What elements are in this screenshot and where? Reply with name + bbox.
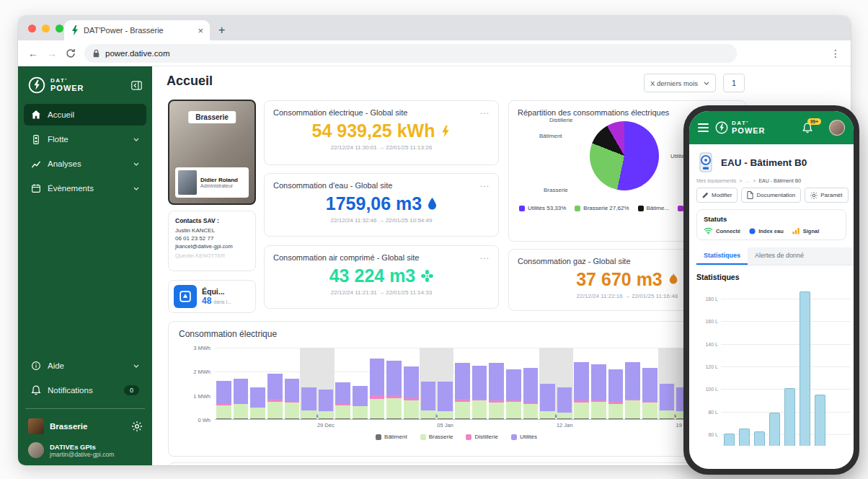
logo-text-top: DAT' (50, 78, 84, 84)
gear-icon (810, 192, 818, 199)
sidebar-collapse-icon[interactable] (131, 81, 142, 90)
legend-item: Utilités 53,33% (519, 205, 566, 211)
stacked-bar (421, 348, 436, 420)
sidebar-item-flotte[interactable]: Flotte (24, 128, 146, 150)
equipment-card[interactable]: Équi... 48 dans l... (168, 280, 256, 313)
water-meter-icon (696, 151, 715, 173)
browser-tab-strip: DAT'Power - Brasserie × + (18, 16, 851, 40)
y-axis-label: 120 L (696, 364, 718, 369)
logo-bolt-icon (715, 121, 728, 134)
phone-body: EAU - Bâtiment B0 Mes équipements > … > … (689, 144, 854, 469)
period-select-value: X derniers mois (650, 79, 699, 87)
stacked-bar (370, 348, 385, 420)
pie-card-title: Répartition des consommations électrique… (518, 108, 669, 117)
card-menu-icon[interactable]: ... (480, 108, 490, 114)
workspace-row[interactable]: Brasserie (24, 415, 146, 438)
stacked-bar (404, 348, 419, 420)
stacked-bar (625, 348, 640, 420)
app-logo: DAT' POWER (24, 74, 146, 102)
breadcrumb-ellipsis[interactable]: … (745, 178, 750, 183)
card-menu-icon[interactable]: ... (480, 253, 490, 259)
stacked-bar (319, 348, 334, 420)
x-axis-tick: 12 Jan (557, 422, 573, 429)
sidebar-item-accueil[interactable]: Accueil (24, 104, 146, 126)
consumption-chart-area: 3 MWh 2 MWh 1 MWh 0 Wh Week-endWeek-endW… (215, 348, 727, 420)
statistics-section-title: Statistiques (696, 273, 854, 281)
site-favicon-icon (71, 25, 79, 35)
address-bar[interactable]: power.dative.com (84, 44, 737, 63)
water-index-icon (749, 228, 756, 234)
pie-callout-label: Brasserie (544, 187, 568, 193)
back-icon[interactable]: ← (28, 48, 38, 59)
close-window-button[interactable] (28, 25, 36, 32)
signal-bars-icon (792, 227, 800, 234)
y-axis-label: 140 L (696, 341, 718, 346)
tab-close-icon[interactable]: × (198, 25, 203, 36)
analytics-icon (31, 160, 41, 168)
y-axis-label: 3 MWh (180, 345, 211, 351)
page-number-box[interactable]: 1 (723, 74, 745, 92)
sidebar-item-label: Accueil (48, 110, 74, 119)
kpi-value-row: 43 224 m3 (273, 265, 490, 286)
window-controls (28, 25, 63, 32)
legend-item: Brasserie (420, 434, 453, 440)
sidebar-divider (25, 408, 145, 409)
menu-icon[interactable] (698, 121, 709, 134)
forward-icon[interactable]: → (47, 48, 57, 59)
maximize-window-button[interactable] (56, 25, 63, 32)
bell-icon (31, 385, 41, 395)
y-axis-label: 60 L (696, 432, 718, 437)
y-axis-label: 80 L (696, 409, 718, 414)
breadcrumb-root[interactable]: Mes équipements (696, 178, 736, 183)
workspace-name: Brasserie (50, 422, 87, 431)
status-connected: Connecté (704, 227, 740, 234)
sidebar-item-notifications[interactable]: Notifications 0 (24, 379, 146, 401)
stacked-bar (557, 348, 572, 420)
minimize-window-button[interactable] (42, 25, 50, 32)
browser-toolbar: ← → power.dative.com ⋮ (18, 40, 851, 66)
sidebar-spacer (24, 201, 146, 353)
new-tab-button[interactable]: + (218, 24, 225, 40)
page-title: Accueil (167, 74, 213, 89)
gear-icon[interactable] (132, 421, 142, 431)
notifications-bell[interactable]: 99+ (802, 123, 812, 133)
contacts-title: Contacts SAV : (175, 217, 249, 224)
kpi-card-eau: Consommation d'eau - Global site ... 175… (264, 173, 499, 237)
equipment-suffix: dans l... (213, 299, 231, 304)
phone-app-logo: DAT' POWER (715, 120, 766, 136)
phone-tabs: Statistiques Alertes de donné (696, 247, 854, 265)
status-label: Index eau (758, 228, 784, 234)
documentation-button[interactable]: Documentation (741, 188, 801, 203)
sidebar-item-evenements[interactable]: Évènements (24, 177, 146, 199)
user-avatar[interactable] (829, 120, 845, 136)
breadcrumb-separator: > (753, 178, 756, 183)
browser-tab[interactable]: DAT'Power - Brasserie × (64, 20, 210, 40)
status-label: Signal (803, 228, 820, 234)
kpi-title: Consommation électrique - Global site (273, 108, 407, 117)
user-name: DATIVEs GPIs (50, 443, 114, 451)
user-row[interactable]: DATIVEs GPIs jmartin@dative-gpi.com (24, 438, 146, 460)
parameters-button[interactable]: Paramèt (805, 188, 848, 203)
phone-bar (739, 429, 750, 446)
contact-email: jkancel@dative-gpi.com (175, 243, 249, 250)
stacked-bar (642, 348, 657, 420)
sidebar-item-analyses[interactable]: Analyses (24, 153, 146, 175)
phone-mockup: DAT' POWER 99+ EAU - Bâtiment B0 Mes équ… (683, 105, 859, 475)
browser-menu-icon[interactable]: ⋮ (831, 48, 841, 59)
card-menu-icon[interactable]: ... (480, 181, 490, 187)
tab-title: DAT'Power - Brasserie (84, 26, 193, 35)
stacked-bar (353, 348, 368, 420)
tab-statistiques[interactable]: Statistiques (696, 247, 748, 265)
pie-callout-label: Distillerie (549, 117, 572, 123)
phone-app-header: DAT' POWER 99+ (689, 111, 854, 144)
equipment-icon (174, 285, 197, 308)
fleet-icon (31, 135, 41, 144)
kpi-card-electricite: Consommation électrique - Global site ..… (264, 100, 499, 165)
sidebar-item-aide[interactable]: Aide (24, 355, 146, 377)
home-icon (31, 110, 41, 119)
kpi-period: 22/12/24 11:30:01 → 22/01/25 11:13:26 (273, 144, 490, 151)
modify-button[interactable]: Modifier (696, 188, 738, 203)
period-select[interactable]: X derniers mois (644, 74, 716, 92)
reload-icon[interactable] (66, 48, 76, 58)
tab-alertes[interactable]: Alertes de donné (748, 247, 854, 265)
